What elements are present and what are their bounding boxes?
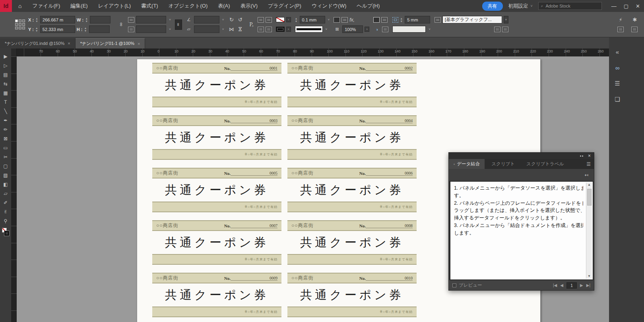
menu-item[interactable]: プラグイン(P): [263, 0, 306, 12]
coupon-ticket[interactable]: ○○商店街 No. 0004 共通クーポン券 ※○年○月末まで有効: [287, 115, 417, 160]
horizontal-ruler[interactable]: 7060504030201001020304050607080901001101…: [17, 48, 609, 56]
wrap-options-icon[interactable]: [382, 27, 388, 32]
close-panel-icon[interactable]: ×: [588, 153, 591, 158]
previous-record-button[interactable]: ◀: [560, 283, 563, 287]
quick-apply-icon[interactable]: ⚡: [617, 17, 624, 23]
object-style-arrow[interactable]: ˅: [504, 16, 508, 23]
dock-panel-icon[interactable]: «: [612, 47, 623, 56]
dock-panel-icon[interactable]: ☰: [612, 79, 623, 88]
menu-item[interactable]: ファイル(F): [27, 0, 65, 12]
coupon-ticket[interactable]: ○○商店街 No. 0001 共通クーポン券 ※○年○月末まで有効: [152, 63, 281, 107]
scale-link-icon[interactable]: ∞: [175, 19, 182, 30]
corner-shape-icon[interactable]: [341, 17, 348, 23]
coupon-ticket[interactable]: ○○商店街 No. 0003 共通クーポン券 ※○年○月末まで有効: [152, 115, 281, 160]
panel-menu-icon[interactable]: ☰: [586, 159, 594, 169]
dock-panel-icon[interactable]: ❏: [612, 95, 623, 104]
chevron-down-icon[interactable]: ˅: [326, 27, 328, 31]
paragraph-composer-icon[interactable]: P,: [248, 21, 255, 28]
tool-button[interactable]: ▷: [1, 61, 10, 70]
chevron-down-icon[interactable]: ˅: [169, 27, 171, 31]
chevron-down-icon[interactable]: ˅: [222, 27, 224, 31]
align-center-icon[interactable]: [266, 17, 272, 23]
scale-x-input[interactable]: [136, 16, 166, 23]
tool-button[interactable]: ▦: [1, 88, 10, 97]
insert-data-field-icon[interactable]: ↤: [583, 173, 590, 178]
scroll-up-icon[interactable]: ▲: [588, 182, 591, 187]
maximize-button[interactable]: ▢: [624, 3, 628, 9]
preflight-icon[interactable]: [617, 27, 624, 32]
tool-button[interactable]: ▤: [1, 70, 10, 79]
chevron-down-icon[interactable]: ˅: [169, 18, 171, 21]
x-input[interactable]: 266.667 m: [40, 16, 75, 23]
flip-horizontal-icon[interactable]: ⋈: [228, 26, 235, 32]
distribute-icon[interactable]: [266, 27, 272, 32]
gear-icon[interactable]: ✱: [631, 17, 638, 23]
menu-item[interactable]: レイアウト(L): [93, 0, 136, 12]
tool-button[interactable]: ▶: [1, 52, 10, 61]
workspace-switcher[interactable]: 初期設定 ˅: [508, 3, 533, 10]
stroke-weight-input[interactable]: 0.1 mm: [300, 16, 325, 23]
coupon-ticket[interactable]: ○○商店街 No. 0009 共通クーポン券 ※○年○月末まで有効: [152, 273, 281, 317]
h-input[interactable]: [89, 25, 110, 33]
share-button[interactable]: 共有: [482, 2, 503, 11]
tool-button[interactable]: ✂: [1, 152, 10, 161]
cpanel-menu-icon[interactable]: [631, 27, 638, 32]
first-record-button[interactable]: |◀: [553, 283, 557, 287]
menu-item[interactable]: ヘルプ(H): [351, 0, 385, 12]
coupon-ticket[interactable]: ○○商店街 No. 0006 共通クーポン券 ※○年○月末まで有効: [287, 168, 417, 212]
wrap-offset-input[interactable]: 5 mm: [405, 16, 430, 23]
tool-button[interactable]: ⚲: [1, 216, 10, 225]
chevron-down-icon[interactable]: ˅: [429, 27, 431, 31]
menu-item[interactable]: 表(A): [213, 0, 235, 12]
menu-item[interactable]: 編集(E): [65, 0, 93, 12]
fill-arrow-button[interactable]: ›: [286, 17, 291, 22]
coupon-ticket[interactable]: ○○商店街 No. 0005 共通クーポン券 ※○年○月末まで有効: [152, 168, 281, 212]
tool-button[interactable]: ◧: [1, 180, 10, 189]
gap-stepper[interactable]: ▲▼: [400, 17, 403, 23]
clear-override-icon[interactable]: [502, 27, 508, 32]
stroke-style-select[interactable]: [295, 26, 323, 33]
menu-item[interactable]: 表示(V): [235, 0, 263, 12]
opacity-input[interactable]: 100%: [342, 25, 363, 33]
rotation-input[interactable]: [194, 16, 219, 23]
w-input[interactable]: [90, 16, 111, 23]
coupon-ticket[interactable]: ○○商店街 No. 0008 共通クーポン券 ※○年○月末まで有効: [287, 220, 417, 265]
x-stepper[interactable]: ▲▼: [35, 17, 39, 23]
tool-button[interactable]: ✐: [1, 198, 10, 207]
coupon-ticket[interactable]: ○○商店街 No. 0002 共通クーポン券 ※○年○月末まで有効: [287, 63, 417, 107]
fill-swatch-none[interactable]: [276, 17, 285, 22]
shear-input[interactable]: [194, 25, 219, 33]
close-tab-icon[interactable]: ×: [68, 41, 70, 46]
stroke-swatch[interactable]: [4, 231, 9, 236]
h-stepper[interactable]: ▲▼: [84, 27, 87, 32]
object-style-select[interactable]: [基本グラフィックフ...: [442, 16, 502, 23]
tool-button[interactable]: ╲: [1, 107, 10, 116]
close-tab-icon[interactable]: ×: [138, 41, 140, 46]
align-bottom-icon[interactable]: [258, 27, 264, 32]
panel-scrollbar[interactable]: ▲ ▼: [586, 182, 592, 279]
stroke-arrow-button[interactable]: ›: [286, 27, 291, 32]
document-tab[interactable]: *ナンバリング01.indd @150% ×: [0, 38, 76, 48]
tool-button[interactable]: ✏: [1, 125, 10, 134]
tool-button[interactable]: ✌: [1, 207, 10, 216]
stroke-swatch-black[interactable]: [276, 27, 285, 32]
swatch-select[interactable]: [392, 26, 426, 33]
dock-panel-icon[interactable]: ∞: [612, 63, 623, 72]
next-record-button[interactable]: ▶: [580, 283, 583, 287]
preview-checkbox[interactable]: [452, 283, 456, 287]
effects-fx-icon[interactable]: fx,: [349, 17, 355, 23]
panel-title-bar[interactable]: ×: [449, 153, 594, 159]
rotate-cw-icon[interactable]: ↻: [228, 17, 235, 23]
scale-y-input[interactable]: [136, 25, 166, 33]
home-icon[interactable]: ⌂: [18, 3, 21, 9]
wrap-bounding-icon[interactable]: [381, 17, 388, 23]
scroll-down-icon[interactable]: ▼: [588, 274, 591, 279]
align-top-icon[interactable]: [258, 17, 264, 23]
last-record-button[interactable]: ▶|: [586, 283, 590, 287]
y-input[interactable]: 52.333 mn: [40, 25, 75, 33]
panel-tab[interactable]: スクリプトラベル: [520, 159, 568, 169]
tool-button[interactable]: ⊠: [1, 134, 10, 143]
y-stepper[interactable]: ▲▼: [35, 27, 39, 32]
corner-options-icon[interactable]: [334, 17, 340, 23]
close-button[interactable]: ✕: [636, 3, 640, 9]
